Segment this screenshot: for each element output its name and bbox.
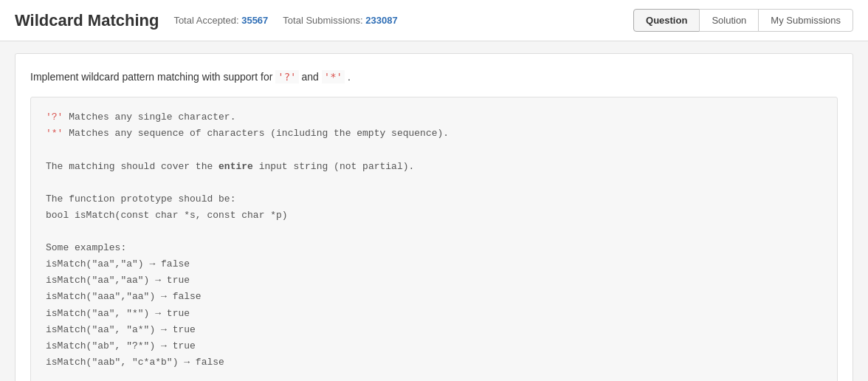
code-line-2b: Matches any sequence of characters (incl… [63, 128, 449, 139]
desc-code-1: '?' [275, 70, 298, 83]
desc-code-2: '*' [322, 70, 345, 83]
problem-description: Implement wildcard pattern matching with… [30, 69, 838, 85]
tab-question[interactable]: Question [633, 9, 700, 32]
code-line-3: The matching should cover the entire inp… [46, 161, 414, 172]
tab-my-submissions[interactable]: My Submissions [758, 9, 853, 32]
desc-and: and [301, 71, 321, 83]
page-title: Wildcard Matching [15, 11, 159, 30]
stats-area: Total Accepted: 35567 Total Submissions:… [173, 15, 397, 26]
code-line-5: bool isMatch(const char *s, const char *… [46, 210, 288, 221]
submissions-label: Total Submissions: [283, 15, 362, 26]
code-line-6: Some examples: [46, 242, 126, 253]
desc-text-1: Implement wildcard pattern matching with… [30, 71, 275, 83]
desc-end: . [348, 71, 351, 83]
code-line-9: isMatch("aaa","aa") → false [46, 291, 202, 302]
code-line-1b: Matches any single character. [63, 111, 235, 123]
page-header: Wildcard Matching Total Accepted: 35567 … [0, 0, 868, 41]
code-block: '?' Matches any single character. '*' Ma… [30, 97, 838, 381]
code-line-2a: '*' [46, 128, 63, 139]
accepted-label: Total Accepted: [173, 15, 238, 26]
main-content: Implement wildcard pattern matching with… [15, 53, 853, 381]
code-line-10: isMatch("aa", "*") → true [46, 308, 190, 319]
submissions-stat: Total Submissions: 233087 [283, 15, 397, 26]
header-left: Wildcard Matching Total Accepted: 35567 … [15, 11, 398, 30]
tab-solution[interactable]: Solution [699, 9, 759, 32]
code-line-11: isMatch("aa", "a*") → true [46, 324, 196, 335]
code-line-7: isMatch("aa","a") → false [46, 258, 190, 270]
code-line-4: The function prototype should be: [46, 193, 235, 205]
code-line-1: '?' [46, 111, 63, 123]
accepted-stat: Total Accepted: 35567 [173, 15, 268, 26]
code-line-13: isMatch("aab", "c*a*b") → false [46, 357, 224, 368]
tab-group: Question Solution My Submissions [634, 9, 853, 32]
submissions-value: 233087 [365, 15, 397, 26]
code-line-8: isMatch("aa","aa") → true [46, 275, 190, 286]
code-line-12: isMatch("ab", "?*") → true [46, 340, 196, 351]
accepted-value: 35567 [241, 15, 268, 26]
